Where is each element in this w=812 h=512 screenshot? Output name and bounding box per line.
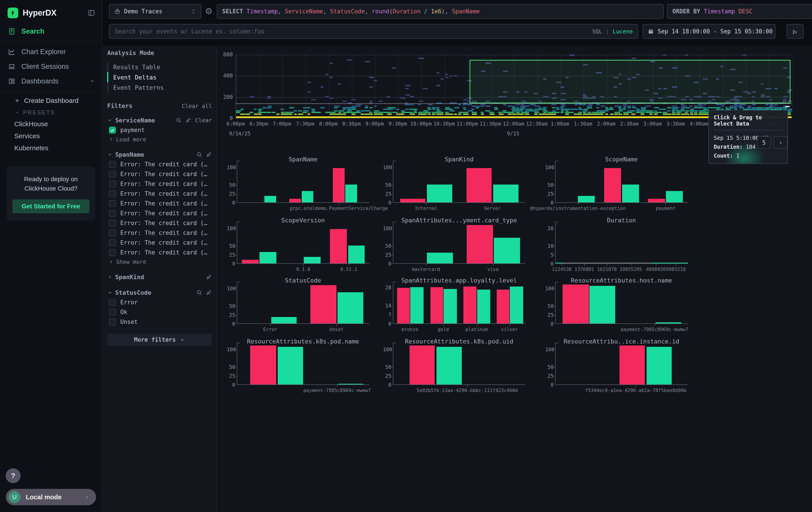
- filter-checkbox-item[interactable]: Error: The credit card (…: [107, 189, 212, 198]
- sidebar-item-kubernetes[interactable]: Kubernetes: [0, 142, 102, 154]
- bar[interactable]: [348, 246, 365, 263]
- chart-plot[interactable]: [555, 285, 688, 324]
- create-dashboard-button[interactable]: Create Dashboard: [0, 95, 102, 107]
- bar[interactable]: [622, 185, 639, 203]
- bar[interactable]: [338, 292, 364, 323]
- bar[interactable]: [431, 287, 443, 323]
- pin-icon[interactable]: [206, 152, 212, 157]
- bar[interactable]: [333, 168, 344, 203]
- filter-group-header[interactable]: ServiceNameClear: [107, 115, 212, 125]
- checkbox[interactable]: [109, 161, 116, 168]
- bar[interactable]: [410, 287, 424, 323]
- bar[interactable]: [264, 196, 276, 203]
- bar[interactable]: [443, 289, 457, 323]
- filter-group-header[interactable]: SpanName: [107, 150, 212, 159]
- bar[interactable]: [466, 168, 492, 203]
- bar[interactable]: [436, 347, 462, 384]
- pin-icon[interactable]: [185, 117, 191, 123]
- sidebar-item-services[interactable]: Services: [0, 130, 102, 142]
- bar[interactable]: [467, 225, 493, 263]
- bar[interactable]: [250, 346, 276, 384]
- sidebar-item-dashboards[interactable]: Dashboards: [0, 74, 102, 89]
- search-icon[interactable]: [196, 152, 202, 157]
- bar[interactable]: [427, 185, 452, 203]
- clear-all-button[interactable]: Clear all: [182, 103, 212, 109]
- more-filters-button[interactable]: More filters: [107, 333, 212, 346]
- clear-filter-button[interactable]: Clear: [195, 117, 212, 124]
- bar[interactable]: [427, 253, 453, 263]
- pin-icon[interactable]: [206, 274, 212, 280]
- analysis-option-event-patterns[interactable]: Event Patterns: [107, 82, 212, 92]
- chart-plot[interactable]: [555, 225, 688, 264]
- chart-plot[interactable]: [393, 225, 525, 264]
- bar[interactable]: [562, 263, 651, 263]
- checkbox[interactable]: [109, 230, 116, 236]
- chart-plot[interactable]: [237, 225, 369, 264]
- sidebar-item-clickhouse[interactable]: ClickHouse: [0, 118, 102, 130]
- bar[interactable]: [666, 191, 683, 203]
- checkbox[interactable]: [109, 239, 116, 246]
- filter-checkbox-item[interactable]: Error: The credit card (…: [107, 218, 212, 228]
- analysis-option-results-table[interactable]: Results Table: [107, 62, 212, 72]
- checkbox[interactable]: [109, 127, 116, 134]
- chart-plot[interactable]: [393, 164, 525, 203]
- bar[interactable]: [242, 260, 259, 263]
- filter-checkbox-item[interactable]: Error: The credit card (…: [107, 169, 212, 179]
- filter-checkbox-item[interactable]: Error: The credit card (…: [107, 238, 212, 247]
- chart-plot[interactable]: [237, 285, 369, 324]
- orderby-editor[interactable]: ORDER BY Timestamp DESC: [667, 4, 812, 19]
- chart-plot[interactable]: [555, 346, 688, 385]
- checkbox[interactable]: [109, 319, 116, 325]
- bar[interactable]: [259, 252, 277, 263]
- heatmap-plot[interactable]: [236, 55, 791, 118]
- checkbox[interactable]: [109, 190, 116, 197]
- bar[interactable]: [497, 290, 510, 323]
- source-select[interactable]: Demo Traces: [109, 4, 201, 19]
- bar[interactable]: [589, 286, 615, 323]
- checkbox[interactable]: [109, 299, 116, 306]
- help-button[interactable]: ?: [6, 468, 21, 483]
- bar[interactable]: [463, 287, 477, 323]
- bar[interactable]: [494, 238, 520, 263]
- filter-checkbox-item[interactable]: Error: The credit card (…: [107, 179, 212, 189]
- filter-group-header[interactable]: StatusCode: [107, 288, 212, 297]
- presets-toggle[interactable]: PRESETS: [0, 107, 102, 118]
- filter-checkbox-item[interactable]: Error: The credit card (…: [107, 159, 212, 169]
- bar[interactable]: [648, 199, 665, 203]
- chart-plot[interactable]: [393, 346, 525, 385]
- local-mode-menu[interactable]: U Local mode: [6, 489, 96, 505]
- bar[interactable]: [304, 257, 321, 263]
- chart-plot[interactable]: [237, 346, 369, 385]
- bar[interactable]: [397, 288, 410, 323]
- sidebar-item-chart-explorer[interactable]: Chart Explorer: [0, 45, 102, 59]
- bar[interactable]: [289, 199, 301, 203]
- filter-group-header[interactable]: SpanKind: [107, 272, 212, 282]
- bar[interactable]: [477, 290, 491, 323]
- checkbox[interactable]: [109, 181, 116, 187]
- load-more-button[interactable]: Show more: [107, 257, 212, 266]
- bar[interactable]: [330, 229, 347, 263]
- time-range-picker[interactable]: Sep 14 18:00:00 - Sep 15 05:30:00: [643, 24, 776, 39]
- analysis-option-event-deltas[interactable]: Event Deltas: [107, 72, 212, 82]
- chart-plot[interactable]: [237, 164, 369, 203]
- filter-checkbox-item[interactable]: Unset: [107, 317, 212, 327]
- toggle-lucene[interactable]: Lucene: [613, 28, 633, 35]
- filter-checkbox-item[interactable]: Error: The credit card (…: [107, 247, 212, 257]
- filter-checkbox-item[interactable]: Error: The credit card (…: [107, 208, 212, 218]
- selection-region[interactable]: [470, 60, 790, 103]
- bar[interactable]: [400, 199, 425, 203]
- sql-select-editor[interactable]: SELECT Timestamp, ServiceName, StatusCod…: [217, 4, 664, 19]
- bar[interactable]: [310, 285, 337, 323]
- checkbox[interactable]: [109, 171, 116, 178]
- bar[interactable]: [271, 317, 297, 323]
- bar[interactable]: [619, 346, 644, 384]
- pin-icon[interactable]: [206, 290, 212, 295]
- checkbox[interactable]: [109, 210, 116, 217]
- bar[interactable]: [604, 168, 621, 203]
- bar[interactable]: [562, 285, 589, 323]
- bar[interactable]: [302, 191, 313, 203]
- bar[interactable]: [646, 347, 672, 384]
- filter-checkbox-item[interactable]: Ok: [107, 307, 212, 317]
- sidebar-collapse-icon[interactable]: [88, 9, 95, 17]
- bar[interactable]: [410, 346, 435, 384]
